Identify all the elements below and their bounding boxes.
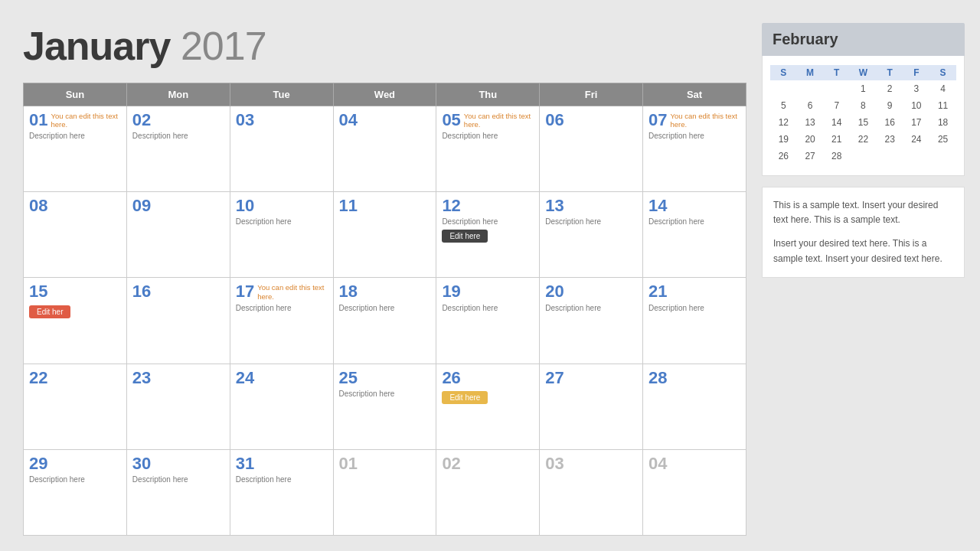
day-cell: 16 xyxy=(126,278,230,364)
day-cell: 04 xyxy=(333,106,436,192)
col-tue: Tue xyxy=(230,83,333,106)
page-title: January 2017 xyxy=(23,23,746,69)
day-number: 23 xyxy=(132,369,224,387)
mini-cal-cell: 7 xyxy=(823,97,850,114)
day-number: 20 xyxy=(545,282,637,301)
day-number: 02 xyxy=(132,111,224,129)
day-cell: 25Description here xyxy=(333,364,436,449)
day-cell: 31Description here xyxy=(230,449,333,535)
day-number: 27 xyxy=(545,369,637,387)
year-label: 2017 xyxy=(181,24,266,68)
mini-cal-cell: 28 xyxy=(823,148,850,165)
sidebar-text: This is a sample text. Insert your desir… xyxy=(762,187,965,278)
col-fri: Fri xyxy=(540,83,643,106)
feb-title: February xyxy=(773,31,838,47)
mini-cal-cell: 11 xyxy=(929,97,956,114)
edit-label[interactable]: You can edit this text here. xyxy=(464,112,534,129)
month-label: January xyxy=(23,24,170,68)
mini-cal-col: S xyxy=(929,65,956,80)
day-cell: 26Edit here xyxy=(436,364,540,449)
day-cell: 24 xyxy=(230,364,333,449)
day-cell: 08 xyxy=(24,192,127,278)
event-bar[interactable]: Edit here xyxy=(442,391,488,404)
mini-cal-cell xyxy=(770,80,797,97)
mini-cal-cell: 12 xyxy=(770,114,797,131)
day-number: 06 xyxy=(545,111,637,129)
mini-cal-cell xyxy=(823,80,850,97)
day-description: Description here xyxy=(442,304,534,312)
day-cell: 11 xyxy=(333,192,436,278)
mini-cal-cell: 27 xyxy=(797,148,824,165)
day-number: 11 xyxy=(339,197,431,215)
day-cell: 05You can edit this text here.Descriptio… xyxy=(436,106,540,192)
mini-cal-cell xyxy=(929,148,956,165)
day-description: Description here xyxy=(545,304,637,312)
mini-cal-col: T xyxy=(877,65,903,80)
mini-cal-cell: 22 xyxy=(850,131,877,148)
mini-cal-cell: 18 xyxy=(929,114,956,131)
day-number: 22 xyxy=(29,369,121,387)
day-cell: 09 xyxy=(126,192,230,278)
weekday-header-row: Sun Mon Tue Wed Thu Fri Sat xyxy=(24,83,746,106)
day-description: Description here xyxy=(132,475,224,484)
mini-cal-cell xyxy=(877,148,903,165)
sidebar-text-2: Insert your desired text here. This is a… xyxy=(773,236,953,266)
mini-cal-col: S xyxy=(770,65,797,80)
day-cell: 01You can edit this text here.Descriptio… xyxy=(24,106,127,192)
mini-cal-cell: 1 xyxy=(850,80,877,97)
day-description: Description here xyxy=(648,304,740,312)
day-number: 15 xyxy=(29,282,121,301)
day-number: 21 xyxy=(648,282,740,301)
mini-cal-cell: 17 xyxy=(903,114,930,131)
mini-cal-cell: 25 xyxy=(929,131,956,148)
event-bar[interactable]: Edit here xyxy=(442,230,488,243)
mini-cal-cell: 6 xyxy=(797,97,824,114)
day-cell: 03 xyxy=(540,449,643,535)
day-number: 18 xyxy=(339,282,431,301)
day-cell: 13Description here xyxy=(540,192,643,278)
day-cell: 20Description here xyxy=(540,278,643,364)
day-description: Description here xyxy=(545,217,637,226)
mini-cal-cell: 14 xyxy=(823,114,850,131)
mini-cal-col: F xyxy=(903,65,930,80)
col-mon: Mon xyxy=(126,83,230,106)
day-cell: 29Description here xyxy=(24,449,127,535)
day-cell: 14Description here xyxy=(643,192,746,278)
mini-cal-cell: 23 xyxy=(877,131,903,148)
day-number: 26 xyxy=(442,369,534,387)
edit-label[interactable]: You can edit this text here. xyxy=(671,112,740,129)
mini-cal-cell xyxy=(797,80,824,97)
mini-cal-cell: 9 xyxy=(877,97,903,114)
mini-cal-col: T xyxy=(823,65,850,80)
day-cell: 21Description here xyxy=(643,278,746,364)
day-cell: 18Description here xyxy=(333,278,436,364)
mini-calendar: SMTWTFS 12345678910111213141516171819202… xyxy=(770,65,956,165)
day-number: 08 xyxy=(29,197,121,215)
calendar-table: Sun Mon Tue Wed Thu Fri Sat 01You can ed… xyxy=(23,83,746,536)
day-cell: 19Description here xyxy=(436,278,540,364)
edit-label[interactable]: You can edit this text here. xyxy=(257,283,327,301)
col-wed: Wed xyxy=(333,83,436,106)
mini-cal-cell: 4 xyxy=(929,80,956,97)
mini-cal-cell xyxy=(903,148,930,165)
feb-calendar-box: SMTWTFS 12345678910111213141516171819202… xyxy=(762,56,965,176)
day-number: 14 xyxy=(648,197,740,215)
event-bar[interactable]: Edit her xyxy=(29,305,70,318)
day-cell: 12Description hereEdit here xyxy=(436,192,540,278)
mini-cal-cell: 13 xyxy=(797,114,824,131)
col-sun: Sun xyxy=(24,83,127,106)
day-number: 03 xyxy=(545,455,637,473)
day-description: Description here xyxy=(648,132,740,140)
day-number: 03 xyxy=(236,111,328,129)
mini-cal-cell xyxy=(850,148,877,165)
mini-cal-row: 12131415161718 xyxy=(770,114,956,131)
week-row-3: 22232425Description here26Edit here2728 xyxy=(24,364,746,449)
day-number: 02 xyxy=(442,455,534,473)
mini-cal-row: 567891011 xyxy=(770,97,956,114)
day-description: Description here xyxy=(29,475,121,484)
edit-label[interactable]: You can edit this text here. xyxy=(51,112,120,129)
day-description: Description here xyxy=(339,304,431,312)
week-row-4: 29Description here30Description here31De… xyxy=(24,449,746,535)
day-description: Description here xyxy=(236,475,328,484)
day-number: 07 xyxy=(648,111,667,129)
